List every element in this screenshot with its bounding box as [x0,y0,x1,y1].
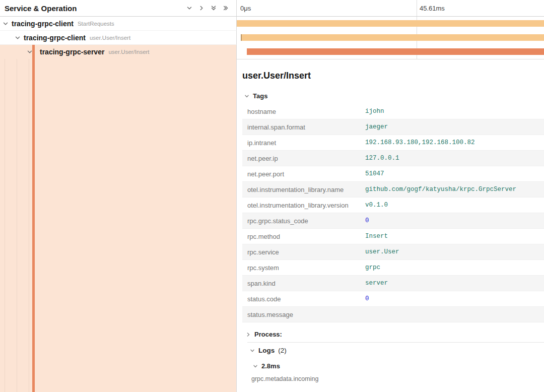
log-field-key: grpc.metadata.incoming [251,375,336,382]
tag-value: v0.1.0 [365,202,388,209]
tag-key: rpc.grpc.status_code [242,213,360,229]
tag-key: internal.span.format [242,119,360,135]
span-rows: tracing-grpc-client StartRequests tracin… [0,17,544,59]
logs-label: Logs [258,347,275,354]
tick-label-start: 0μs [240,5,251,12]
chevron-down-icon[interactable] [3,21,9,27]
collapse-controls [186,5,229,12]
tag-key: net.peer.port [242,166,360,182]
tag-key: otel.instrumentation_library.name [242,182,360,198]
tree-guide-line [5,59,5,392]
tag-key: status.message [242,307,360,322]
tag-row: otel.instrumentation_library.version v0.… [242,198,544,213]
tags-table: hostname ijohn internal.span.format jaeg… [242,104,544,322]
operation-name: user.User/Insert [108,49,149,55]
span-row[interactable]: tracing-grpc-client user.User/Insert [0,31,544,45]
span-name-cell: tracing-grpc-server user.User/Insert [0,45,237,59]
tag-value: server [365,280,388,287]
chevron-down-icon [253,364,258,369]
service-operation-header: Service & Operation [0,0,237,17]
logs-count: (2) [278,347,287,354]
panel-title: Service & Operation [5,4,186,13]
span-bar[interactable] [247,48,544,55]
span-row[interactable]: tracing-grpc-client StartRequests [0,17,544,31]
tag-value: 0 [365,295,369,302]
section-divider [247,342,544,343]
tag-value: 127.0.0.1 [365,155,399,162]
span-bar-cell [237,31,544,45]
service-name: tracing-grpc-client [12,20,74,28]
span-detail-title: user.User/Insert [242,71,544,81]
tag-row: rpc.method Insert [242,229,544,244]
tag-value: github.com/gogf/katyusha/krpc.GrpcServer [365,186,516,193]
log-field-row: grpc.metadata.incoming { ":authority": "… [251,375,544,392]
tag-key: rpc.system [242,260,360,276]
tag-row: ip.intranet 192.168.93.180,192.168.100.8… [242,135,544,151]
tag-row: span.kind server [242,276,544,291]
span-bar-cell [237,17,544,31]
span-color-accent [32,45,35,59]
tag-key: ip.intranet [242,135,360,151]
collapse-one-icon[interactable] [186,5,193,12]
span-detail-panel: user.User/Insert Tags hostname ijohn int… [237,59,544,392]
service-name: tracing-grpc-server [40,48,104,56]
span-bar[interactable] [237,20,544,27]
tag-value: ijohn [365,108,384,115]
tick-label-mid: 45.61ms [420,5,445,12]
span-color-accent [32,59,35,392]
logs-accordion-header[interactable]: Logs (2) [250,347,544,354]
span-row-selected[interactable]: tracing-grpc-server user.User/Insert [0,45,544,59]
tag-key: status.code [242,291,360,307]
span-bar[interactable] [241,34,544,41]
tag-key: rpc.method [242,229,360,244]
tag-row: status.code 0 [242,291,544,307]
tag-value: grpc [365,264,380,271]
tag-key: hostname [242,104,360,119]
tag-key: span.kind [242,276,360,291]
process-accordion-header[interactable]: Process: [246,331,544,338]
log-field-value-json: { ":authority": ":8000", "baggage": "uid… [336,375,443,392]
expand-all-icon[interactable] [223,5,229,12]
collapse-all-icon[interactable] [211,5,217,12]
tag-row: hostname ijohn [242,104,544,119]
operation-name: StartRequests [78,21,114,27]
service-name: tracing-grpc-client [24,34,86,42]
selected-span-left-rail [0,59,237,392]
tag-row: net.peer.port 51047 [242,166,544,182]
tag-row: rpc.service user.User [242,244,544,260]
log-timestamp: 2.8ms [261,362,280,370]
chevron-down-icon [250,348,255,353]
tag-row: otel.instrumentation_library.name github… [242,182,544,198]
span-name-cell: tracing-grpc-client StartRequests [0,17,237,31]
tag-value: Insert [365,233,388,240]
chevron-down-icon [244,94,249,99]
tag-row: internal.span.format jaeger [242,119,544,135]
chevron-right-icon [246,332,251,337]
process-label: Process: [254,331,282,338]
tag-value: jaeger [365,123,388,130]
tags-label: Tags [253,92,267,100]
tag-key: rpc.service [242,244,360,260]
tree-guide-line [29,59,29,392]
tag-row: status.message [242,307,544,322]
tag-value: 0 [365,217,369,224]
tag-value: 192.168.93.180,192.168.100.82 [365,139,475,146]
jaeger-trace-timeline-view: Service & Operation 0μs 45.61ms [0,0,544,392]
expand-one-icon[interactable] [198,5,205,12]
timeline-header: 0μs 45.61ms [237,0,544,17]
tag-value: 51047 [365,170,384,177]
span-bar-cell [237,45,544,59]
tag-row: rpc.system grpc [242,260,544,276]
span-name-cell: tracing-grpc-client user.User/Insert [0,31,237,45]
tag-key: otel.instrumentation_library.version [242,198,360,213]
tags-accordion-header[interactable]: Tags [244,92,544,100]
tag-row: rpc.grpc.status_code 0 [242,213,544,229]
log-entry-header[interactable]: 2.8ms [253,362,544,370]
tag-value: user.User [365,248,399,255]
tag-row: net.peer.ip 127.0.0.1 [242,151,544,166]
tag-key: net.peer.ip [242,151,360,166]
chevron-down-icon[interactable] [15,35,21,41]
operation-name: user.User/Insert [90,35,130,41]
tree-guide-line [17,59,17,392]
